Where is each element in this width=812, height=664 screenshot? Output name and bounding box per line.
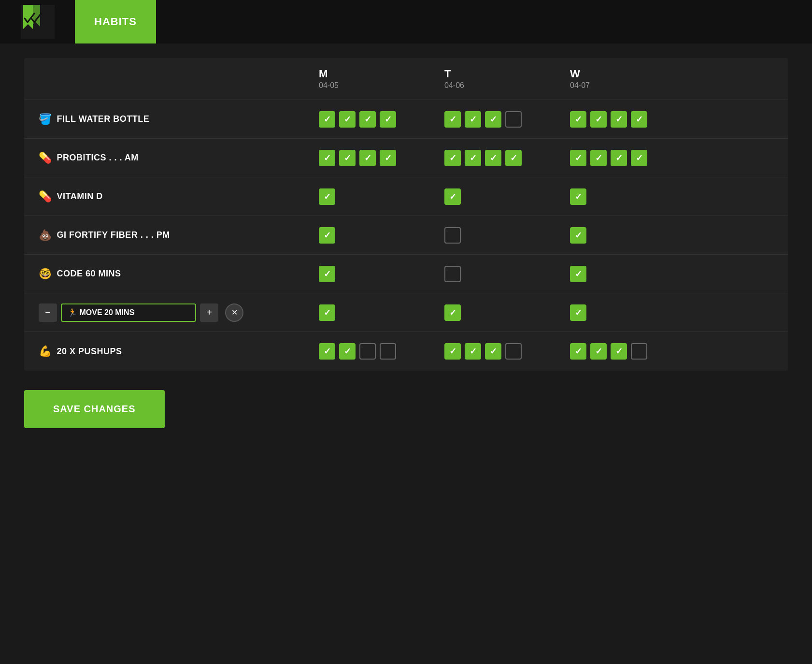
checkbox[interactable]: ✓ bbox=[339, 343, 356, 360]
habits-tab-label: HABITS bbox=[94, 15, 137, 28]
pushups-wed-checks: ✓ ✓ ✓ bbox=[570, 343, 696, 360]
checkbox[interactable]: ✓ bbox=[359, 150, 376, 166]
gi-fortify-mon-checks: ✓ bbox=[319, 227, 444, 244]
checkbox[interactable]: ✓ bbox=[570, 304, 586, 321]
habit-name-input[interactable] bbox=[61, 303, 196, 322]
checkbox[interactable]: ✓ bbox=[319, 227, 335, 244]
checkbox[interactable]: ✓ bbox=[570, 188, 586, 205]
day-col-wednesday: W 04-07 bbox=[570, 68, 696, 90]
checkbox[interactable]: ✓ bbox=[570, 111, 586, 128]
checkbox[interactable]: ✓ bbox=[570, 150, 586, 166]
habit-row-20-pushups: 💪 20 X PUSHUPS ✓ ✓ ✓ ✓ ✓ ✓ ✓ ✓ bbox=[24, 332, 788, 371]
checkbox[interactable]: ✓ bbox=[465, 343, 481, 360]
checkbox[interactable]: ✓ bbox=[319, 266, 335, 282]
save-changes-button[interactable]: SAVE CHANGES bbox=[24, 390, 165, 428]
checkbox[interactable]: ✓ bbox=[611, 111, 627, 128]
vitamin-d-tue-checks: ✓ bbox=[444, 188, 570, 205]
move-20-mon-checks: ✓ bbox=[319, 304, 444, 321]
vitamin-d-wed-checks: ✓ bbox=[570, 188, 696, 205]
probitics-mon-checks: ✓ ✓ ✓ ✓ bbox=[319, 150, 444, 166]
habit-row-move-20-mins: − + ✕ ✓ ✓ ✓ bbox=[24, 293, 788, 332]
main-content: M 04-05 T 04-06 W 04-07 🪣 FILL WATER BOT… bbox=[0, 43, 812, 443]
pushups-label: 20 X PUSHUPS bbox=[57, 346, 122, 357]
increment-button[interactable]: + bbox=[200, 303, 218, 322]
decrement-button[interactable]: − bbox=[39, 303, 57, 322]
checkbox[interactable]: ✓ bbox=[570, 227, 586, 244]
checkbox[interactable]: ✓ bbox=[570, 343, 586, 360]
checkbox[interactable] bbox=[505, 343, 522, 360]
checkbox[interactable] bbox=[359, 343, 376, 360]
checkbox[interactable]: ✓ bbox=[319, 188, 335, 205]
checkbox[interactable]: ✓ bbox=[339, 111, 356, 128]
code-60-label: CODE 60 MINS bbox=[57, 269, 121, 279]
checkbox[interactable]: ✓ bbox=[444, 188, 461, 205]
probitics-emoji: 💊 bbox=[39, 152, 52, 164]
checkbox[interactable]: ✓ bbox=[319, 111, 335, 128]
checkbox[interactable]: ✓ bbox=[631, 111, 647, 128]
code-60-mon-checks: ✓ bbox=[319, 266, 444, 282]
checkbox[interactable]: ✓ bbox=[611, 150, 627, 166]
checkbox[interactable]: ✓ bbox=[380, 150, 396, 166]
tuesday-date: 04-06 bbox=[444, 81, 464, 90]
app-header: HABITS bbox=[0, 0, 812, 43]
checkbox[interactable]: ✓ bbox=[485, 343, 501, 360]
habit-row-code-60-mins: 🤓 CODE 60 MINS ✓ ✓ bbox=[24, 255, 788, 293]
move-20-tue-checks: ✓ bbox=[444, 304, 570, 321]
wednesday-date: 04-07 bbox=[570, 81, 590, 90]
habit-name-20-pushups: 💪 20 X PUSHUPS bbox=[39, 345, 319, 358]
checkbox[interactable]: ✓ bbox=[339, 150, 356, 166]
habit-name-gi-fortify: 💩 GI FORTIFY FIBER . . . PM bbox=[39, 229, 319, 242]
checkbox[interactable]: ✓ bbox=[465, 150, 481, 166]
habit-row-gi-fortify: 💩 GI FORTIFY FIBER . . . PM ✓ ✓ bbox=[24, 216, 788, 255]
checkbox[interactable]: ✓ bbox=[319, 304, 335, 321]
gi-fortify-emoji: 💩 bbox=[39, 229, 52, 242]
probitics-label: PROBITICS . . . AM bbox=[57, 153, 139, 163]
tuesday-letter: T bbox=[444, 68, 451, 80]
checkbox[interactable]: ✓ bbox=[444, 343, 461, 360]
checkbox[interactable] bbox=[444, 266, 461, 282]
day-col-tuesday: T 04-06 bbox=[444, 68, 570, 90]
vitamin-d-emoji: 💊 bbox=[39, 190, 52, 203]
app-logo-icon bbox=[21, 5, 55, 39]
checkbox[interactable]: ✓ bbox=[570, 266, 586, 282]
checkbox[interactable]: ✓ bbox=[444, 304, 461, 321]
checkbox[interactable]: ✓ bbox=[611, 343, 627, 360]
checkbox[interactable]: ✓ bbox=[380, 111, 396, 128]
checkbox[interactable] bbox=[631, 343, 647, 360]
habits-tab[interactable]: HABITS bbox=[75, 0, 156, 43]
delete-button[interactable]: ✕ bbox=[225, 303, 243, 322]
checkbox[interactable] bbox=[380, 343, 396, 360]
checkbox[interactable]: ✓ bbox=[444, 150, 461, 166]
wednesday-letter: W bbox=[570, 68, 580, 80]
checkbox[interactable]: ✓ bbox=[590, 343, 607, 360]
checkbox[interactable]: ✓ bbox=[590, 150, 607, 166]
checkbox[interactable]: ✓ bbox=[485, 150, 501, 166]
monday-date: 04-05 bbox=[319, 81, 339, 90]
gi-fortify-wed-checks: ✓ bbox=[570, 227, 696, 244]
habit-row-probitics-am: 💊 PROBITICS . . . AM ✓ ✓ ✓ ✓ ✓ ✓ ✓ ✓ ✓ ✓… bbox=[24, 139, 788, 177]
habits-table: M 04-05 T 04-06 W 04-07 🪣 FILL WATER BOT… bbox=[24, 58, 788, 371]
day-col-monday: M 04-05 bbox=[319, 68, 444, 90]
gi-fortify-tue-checks bbox=[444, 227, 570, 244]
checkbox[interactable]: ✓ bbox=[465, 111, 481, 128]
checkbox[interactable]: ✓ bbox=[444, 111, 461, 128]
checkbox[interactable]: ✓ bbox=[319, 150, 335, 166]
vitamin-d-mon-checks: ✓ bbox=[319, 188, 444, 205]
checkbox[interactable]: ✓ bbox=[319, 343, 335, 360]
code-60-tue-checks bbox=[444, 266, 570, 282]
habit-name-probitics-am: 💊 PROBITICS . . . AM bbox=[39, 152, 319, 164]
checkbox[interactable]: ✓ bbox=[485, 111, 501, 128]
probitics-wed-checks: ✓ ✓ ✓ ✓ bbox=[570, 150, 696, 166]
checkbox[interactable] bbox=[444, 227, 461, 244]
code-emoji: 🤓 bbox=[39, 268, 52, 280]
fill-water-label: FILL WATER BOTTLE bbox=[57, 114, 150, 124]
checkbox[interactable]: ✓ bbox=[359, 111, 376, 128]
habit-row-fill-water-bottle: 🪣 FILL WATER BOTTLE ✓ ✓ ✓ ✓ ✓ ✓ ✓ ✓ ✓ ✓ … bbox=[24, 100, 788, 139]
checkbox[interactable]: ✓ bbox=[505, 150, 522, 166]
fill-water-tue-checks: ✓ ✓ ✓ bbox=[444, 111, 570, 128]
pushups-tue-checks: ✓ ✓ ✓ bbox=[444, 343, 570, 360]
monday-letter: M bbox=[319, 68, 328, 80]
checkbox[interactable]: ✓ bbox=[590, 111, 607, 128]
checkbox[interactable] bbox=[505, 111, 522, 128]
checkbox[interactable]: ✓ bbox=[631, 150, 647, 166]
